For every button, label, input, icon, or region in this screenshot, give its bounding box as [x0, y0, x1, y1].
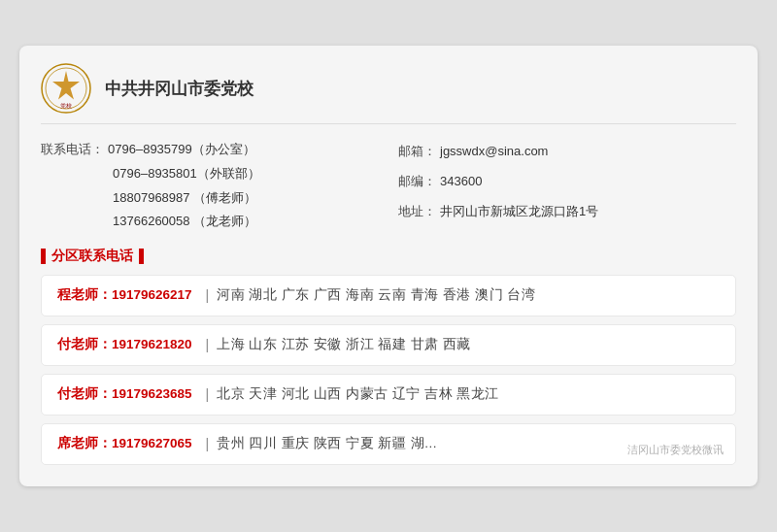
svg-text:党校: 党校: [60, 103, 72, 109]
phone-value-2: 0796–8935801（外联部）: [113, 162, 260, 186]
section-bar-right: [139, 249, 144, 264]
logo-icon: 党校: [41, 63, 91, 114]
phone-value-4: 13766260058 （龙老师）: [113, 210, 256, 234]
phone-row-4: 13766260058 （龙老师）: [41, 210, 379, 234]
phone-1: 19179621820: [112, 335, 192, 354]
header: 党校 中共井冈山市委党校: [41, 63, 736, 124]
phone-0: 19179626217: [112, 285, 192, 305]
sep-1: |: [206, 335, 210, 355]
phone-row-1: 联系电话： 0796–8935799（办公室）: [41, 138, 379, 162]
regions-1: 上海 山东 江苏 安徽 浙江 福建 甘肃 西藏: [217, 335, 471, 354]
district-item-3: 席老师： 19179627065 | 贵州 四川 重庆 陕西 宁夏 新疆 湖..…: [41, 423, 736, 465]
teacher-0: 程老师：: [57, 285, 112, 305]
postcode-row: 邮编： 343600: [398, 170, 736, 194]
contact-left: 联系电话： 0796–8935799（办公室） 0796–8935801（外联部…: [41, 138, 379, 234]
regions-2: 北京 天津 河北 山西 内蒙古 辽宁 吉林 黑龙江: [217, 384, 499, 404]
teacher-1: 付老师：: [57, 335, 112, 354]
contact-grid: 联系电话： 0796–8935799（办公室） 0796–8935801（外联部…: [41, 138, 736, 234]
address-row: 地址： 井冈山市新城区龙源口路1号: [398, 200, 736, 224]
phone-value-1: 0796–8935799（办公室）: [108, 138, 255, 162]
regions-0: 河南 湖北 广东 广西 海南 云南 青海 香港 澳门 台湾: [217, 285, 535, 305]
district-item-0: 程老师： 19179626217 | 河南 湖北 广东 广西 海南 云南 青海 …: [41, 275, 736, 316]
postcode-label: 邮编：: [398, 170, 436, 194]
email-value: jgsswdx@sina.com: [440, 140, 548, 164]
section-title: 分区联系电话: [41, 248, 736, 265]
phone-label: 联系电话：: [41, 138, 104, 162]
regions-3: 贵州 四川 重庆 陕西 宁夏 新疆 湖...: [217, 434, 437, 453]
section-label: 分区联系电话: [51, 248, 133, 265]
watermark: 洁冈山市委党校微讯: [627, 442, 724, 458]
address-label: 地址：: [398, 200, 436, 224]
district-item-1: 付老师： 19179621820 | 上海 山东 江苏 安徽 浙江 福建 甘肃 …: [41, 324, 736, 366]
sep-2: |: [206, 384, 210, 405]
svg-marker-2: [52, 71, 80, 100]
district-item-2: 付老师： 19179623685 | 北京 天津 河北 山西 内蒙古 辽宁 吉林…: [41, 374, 736, 416]
teacher-3: 席老师：: [57, 434, 112, 453]
phone-row-3: 18807968987 （傅老师）: [41, 186, 379, 211]
phone-3: 19179627065: [112, 434, 192, 453]
email-row: 邮箱： jgsswdx@sina.com: [398, 140, 736, 164]
address-value: 井冈山市新城区龙源口路1号: [440, 200, 598, 224]
section-bar-left: [41, 249, 46, 264]
district-list: 程老师： 19179626217 | 河南 湖北 广东 广西 海南 云南 青海 …: [41, 275, 736, 473]
phone-row-2: 0796–8935801（外联部）: [41, 162, 379, 186]
phone-value-3: 18807968987 （傅老师）: [113, 186, 256, 211]
sep-0: |: [206, 285, 210, 306]
email-label: 邮箱：: [398, 140, 436, 164]
teacher-2: 付老师：: [57, 384, 112, 404]
sep-3: |: [206, 434, 210, 454]
contact-right: 邮箱： jgsswdx@sina.com 邮编： 343600 地址： 井冈山市…: [398, 138, 736, 234]
phone-2: 19179623685: [112, 384, 192, 404]
postcode-value: 343600: [440, 170, 482, 194]
org-name: 中共井冈山市委党校: [105, 78, 253, 100]
main-card: 党校 中共井冈山市委党校 联系电话： 0796–8935799（办公室） 079…: [19, 46, 758, 486]
